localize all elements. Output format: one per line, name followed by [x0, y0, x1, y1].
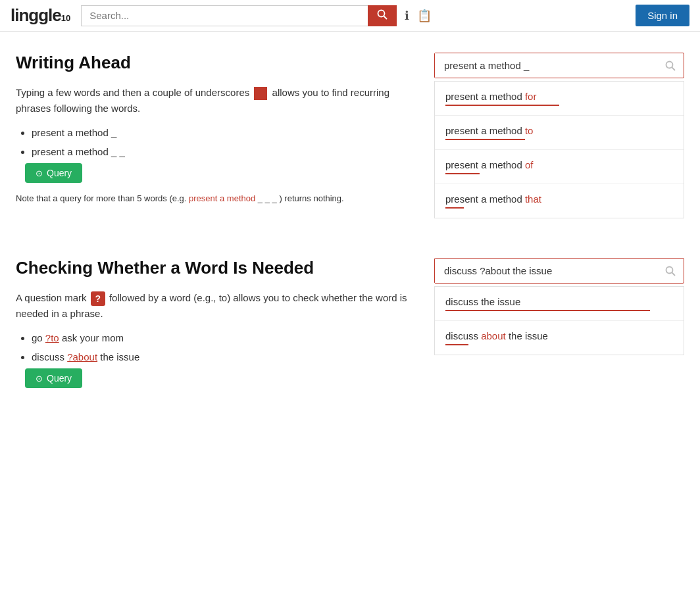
query-icon: ⊙ — [36, 168, 43, 178]
header-icons: ℹ 📋 — [405, 9, 432, 23]
panel2-search-icon — [657, 259, 684, 283]
global-search-button[interactable] — [368, 5, 397, 26]
panel2-search-input[interactable] — [435, 259, 657, 283]
header: linggle10 ℹ 📋 Sign in — [0, 0, 700, 32]
panel1-result-list: present a method for present a method to… — [434, 81, 684, 218]
result-item: present a method that — [435, 184, 684, 218]
svg-line-1 — [384, 16, 388, 19]
checking-word-section: Checking Whether a Word Is Needed A ques… — [16, 258, 684, 397]
section2-left: Checking Whether a Word Is Needed A ques… — [16, 258, 413, 397]
svg-line-3 — [672, 67, 676, 70]
result-bar — [445, 344, 468, 345]
list-item: discuss ?about the issue — [32, 350, 413, 365]
red-link-item: ?to — [45, 332, 59, 343]
clipboard-icon[interactable]: 📋 — [417, 9, 432, 23]
logo-text: linggle — [11, 5, 61, 26]
query-button-label: Query — [47, 168, 72, 178]
svg-point-4 — [666, 266, 673, 273]
result-bar — [445, 173, 480, 174]
result-bar — [445, 207, 464, 209]
result-item: discuss the issue — [435, 287, 684, 321]
global-search-input[interactable] — [81, 5, 368, 26]
section2-title: Checking Whether a Word Is Needed — [16, 258, 413, 278]
panel2-search-box[interactable] — [434, 258, 684, 284]
result-item: discuss about the issue — [435, 321, 684, 355]
result-bar — [445, 310, 650, 311]
query-button-label: Query — [47, 373, 72, 384]
question-mark-badge: ? — [91, 291, 105, 306]
list-item: present a method _ _ — [32, 145, 413, 160]
svg-point-2 — [666, 61, 673, 68]
svg-point-0 — [378, 10, 385, 16]
section2-right: discuss the issue discuss about the issu… — [434, 258, 684, 355]
list-item: ⊙ Query — [25, 163, 413, 183]
result-item: present a method for — [435, 82, 684, 116]
query-icon: ⊙ — [36, 374, 43, 384]
logo-superscript: 10 — [61, 13, 70, 23]
list-item: ⊙ Query — [25, 368, 413, 388]
logo[interactable]: linggle10 — [11, 5, 70, 26]
section2-bullet-list: go ?to ask your mom discuss ?about the i… — [16, 331, 413, 388]
info-icon[interactable]: ℹ — [405, 9, 409, 23]
section2-desc: A question mark ? followed by a word (e.… — [16, 290, 413, 322]
svg-line-5 — [672, 272, 676, 276]
result-item: present a method to — [435, 116, 684, 150]
query-button-1[interactable]: ⊙ Query — [25, 163, 82, 183]
section1-right: present a method for present a method to… — [434, 53, 684, 218]
list-item: go ?to ask your mom — [32, 331, 413, 346]
panel1-search-box[interactable] — [434, 53, 684, 78]
panel2-result-list: discuss the issue discuss about the issu… — [434, 286, 684, 355]
section1-title: Writing Ahead — [16, 53, 413, 73]
panel1-search-icon — [657, 53, 684, 78]
list-item: present a method _ — [32, 126, 413, 141]
result-bar — [445, 105, 559, 106]
section1-note: Note that a query for more than 5 words … — [16, 192, 413, 205]
result-item: present a method of — [435, 150, 684, 184]
query-button-2[interactable]: ⊙ Query — [25, 368, 82, 388]
writing-ahead-section: Writing Ahead Typing a few words and the… — [16, 53, 684, 218]
section1-left: Writing Ahead Typing a few words and the… — [16, 53, 413, 205]
section1-bullet-list: present a method _ present a method _ _ … — [16, 126, 413, 183]
section1-desc: Typing a few words and then a couple of … — [16, 85, 413, 116]
sign-in-button[interactable]: Sign in — [636, 5, 689, 26]
note-link[interactable]: present a method — [189, 193, 255, 203]
panel1-search-input[interactable] — [435, 53, 657, 78]
red-link-item: ?about — [67, 351, 97, 362]
result-bar — [445, 139, 525, 140]
underscore-icon — [254, 87, 267, 100]
global-search-bar — [81, 5, 397, 26]
main-content: Writing Ahead Typing a few words and the… — [0, 32, 700, 458]
